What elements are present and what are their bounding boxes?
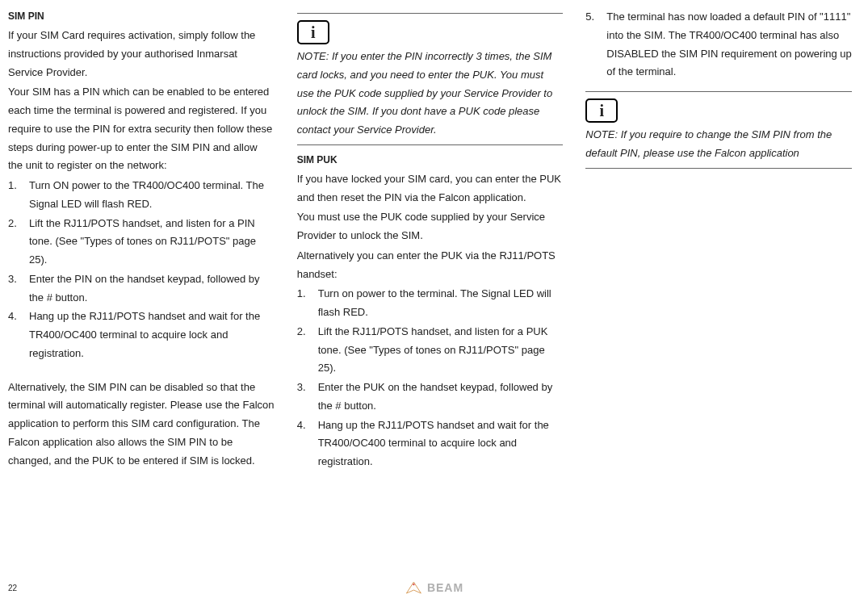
para-intro: If your SIM Card requires activation, si… (8, 27, 275, 82)
list-number: 1. (297, 285, 318, 322)
divider (297, 13, 564, 14)
list-item: 1.Turn on power to the terminal. The Sig… (297, 285, 564, 322)
list-body: Turn ON power to the TR400/OC400 termina… (29, 177, 275, 214)
list-number: 4. (297, 417, 318, 471)
column-3: 5.The terminal has now loaded a default … (585, 8, 852, 472)
list-item: 4.Hang up the RJ11/POTS handset and wait… (297, 417, 564, 471)
list-number: 4. (8, 308, 29, 362)
para-puk-intro: If you have locked your SIM card, you ca… (297, 170, 564, 207)
para-pin-setup: Your SIM has a PIN which can be enabled … (8, 83, 275, 175)
list-number: 1. (8, 177, 29, 214)
list-number: 2. (8, 215, 29, 270)
list-item: 3.Enter the PUK on the handset keypad, f… (297, 379, 564, 416)
list-number: 2. (297, 323, 318, 378)
info-icon: i (297, 20, 329, 44)
list-item: 1.Turn ON power to the TR400/OC400 termi… (8, 177, 275, 214)
column-2: i NOTE: If you enter the PIN incorrectly… (297, 8, 564, 472)
section-title-sim-pin: SIM PIN (8, 8, 275, 25)
para-alternative: Alternatively, the SIM PIN can be disabl… (8, 379, 275, 471)
list-body: Enter the PUK on the handset keypad, fol… (318, 379, 564, 416)
para-puk-code: You must use the PUK code supplied by yo… (297, 208, 564, 245)
list-number: 5. (585, 8, 606, 82)
list-number: 3. (8, 270, 29, 308)
column-1: SIM PIN If your SIM Card requires activa… (8, 8, 275, 472)
list-body: Lift the RJ11/POTS handset, and listen f… (29, 215, 275, 270)
section-title-sim-puk: SIM PUK (297, 152, 564, 169)
list-item: 4.Hang up the RJ11/POTS handset and wait… (8, 308, 275, 362)
list-body: Enter the PIN on the handset keypad, fol… (29, 270, 275, 308)
list-item: 5.The terminal has now loaded a default … (585, 8, 852, 82)
divider (585, 91, 852, 92)
brand-logo: BEAM (405, 578, 463, 598)
brand-logo-text: BEAM (427, 578, 463, 598)
page-number: 22 (8, 581, 17, 596)
list-number: 3. (297, 379, 318, 416)
list-item: 2.Lift the RJ11/POTS handset, and listen… (297, 323, 564, 378)
list-body: Hang up the RJ11/POTS handset and wait f… (29, 308, 275, 362)
para-puk-alt: Alternatively you can enter the PUK via … (297, 247, 564, 284)
list-body: Lift the RJ11/POTS handset, and listen f… (318, 323, 564, 378)
sim-puk-steps-continued: 5.The terminal has now loaded a default … (585, 8, 852, 82)
list-item: 3.Enter the PIN on the handset keypad, f… (8, 270, 275, 308)
list-body: The terminal has now loaded a default PI… (606, 8, 852, 82)
list-body: Hang up the RJ11/POTS handset and wait f… (318, 417, 564, 471)
sim-puk-steps: 1.Turn on power to the terminal. The Sig… (297, 285, 564, 471)
divider (585, 168, 852, 169)
note-pin-lock: NOTE: If you enter the PIN incorrectly 3… (297, 48, 564, 140)
info-icon: i (585, 98, 618, 123)
list-body: Turn on power to the terminal. The Signa… (318, 285, 564, 322)
svg-point-0 (413, 584, 414, 585)
note-change-pin: NOTE: If you require to change the SIM P… (585, 126, 852, 163)
sim-pin-steps: 1.Turn ON power to the TR400/OC400 termi… (8, 177, 275, 363)
beam-logo-icon (405, 580, 422, 595)
list-item: 2.Lift the RJ11/POTS handset, and listen… (8, 215, 275, 270)
divider (297, 144, 564, 145)
